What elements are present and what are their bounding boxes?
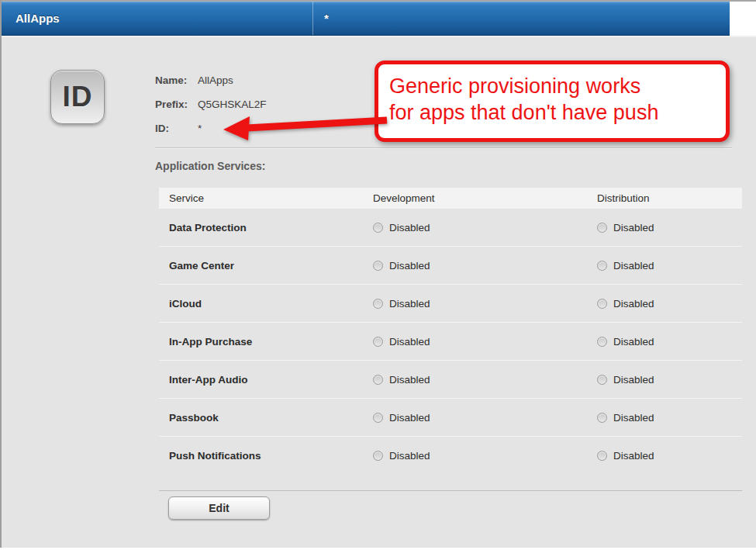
status-label: Disabled	[613, 374, 654, 386]
distribution-status: Disabled	[597, 260, 742, 272]
field-name: Name: AllApps	[155, 68, 267, 92]
app-id-icon-label: ID	[63, 81, 93, 113]
tab-wildcard[interactable]: *	[313, 2, 730, 35]
status-label: Disabled	[613, 260, 654, 272]
distribution-status: Disabled	[597, 298, 742, 310]
field-prefix: Prefix: Q5GHSKAL2F	[155, 92, 267, 116]
table-bottom-line	[159, 490, 742, 491]
status-label: Disabled	[613, 222, 654, 233]
service-name: Inter-App Audio	[169, 374, 373, 386]
distribution-status: Disabled	[597, 222, 742, 233]
status-label: Disabled	[389, 412, 430, 424]
field-id-label: ID:	[155, 123, 198, 134]
tab-wildcard-label: *	[324, 12, 329, 25]
radio-disabled-icon	[373, 337, 383, 347]
table-row-in-app-purchase: In-App Purchase Disabled Disabled	[159, 323, 742, 361]
status-label: Disabled	[389, 260, 430, 272]
radio-disabled-icon	[597, 261, 607, 271]
field-id-value: *	[198, 123, 202, 134]
status-label: Disabled	[389, 298, 430, 310]
service-name: iCloud	[169, 298, 373, 310]
service-name: Push Notifications	[169, 450, 373, 462]
table-row-icloud: iCloud Disabled Disabled	[159, 285, 742, 323]
radio-disabled-icon	[373, 413, 383, 423]
table-row-game-center: Game Center Disabled Disabled	[159, 247, 742, 285]
application-services-heading: Application Services:	[155, 160, 265, 172]
development-status: Disabled	[373, 412, 597, 424]
table-row-inter-app-audio: Inter-App Audio Disabled Disabled	[159, 361, 742, 399]
app-id-fields: Name: AllApps Prefix: Q5GHSKAL2F ID: *	[155, 68, 267, 140]
development-status: Disabled	[373, 374, 597, 386]
titlebar: AllApps *	[2, 2, 730, 36]
status-label: Disabled	[389, 222, 430, 233]
radio-disabled-icon	[597, 299, 607, 309]
development-status: Disabled	[373, 260, 597, 272]
service-name: Game Center	[169, 260, 373, 272]
distribution-status: Disabled	[597, 412, 742, 424]
content-top-highlight	[2, 36, 756, 37]
services-table: Service Development Distribution Data Pr…	[159, 188, 742, 475]
field-prefix-value: Q5GHSKAL2F	[198, 99, 267, 110]
development-status: Disabled	[373, 298, 597, 310]
tab-allapps-label: AllApps	[16, 12, 60, 25]
edit-button-label: Edit	[209, 502, 229, 514]
annotation-line-2: for apps that don't have push	[389, 99, 726, 126]
column-development: Development	[373, 192, 597, 204]
service-name: Passbook	[169, 412, 373, 424]
column-service: Service	[169, 192, 373, 204]
column-distribution: Distribution	[597, 192, 742, 204]
table-row-passbook: Passbook Disabled Disabled	[159, 399, 742, 437]
field-name-value: AllApps	[198, 74, 233, 86]
annotation-line-1: Generic provisioning works	[389, 73, 726, 99]
development-status: Disabled	[373, 222, 597, 233]
distribution-status: Disabled	[597, 374, 742, 386]
field-name-label: Name:	[155, 74, 198, 86]
table-row-data-protection: Data Protection Disabled Disabled	[159, 209, 742, 247]
tab-allapps[interactable]: AllApps	[2, 2, 313, 35]
table-row-push-notifications: Push Notifications Disabled Disabled	[159, 437, 742, 475]
radio-disabled-icon	[373, 375, 383, 385]
status-label: Disabled	[613, 336, 654, 348]
status-label: Disabled	[613, 412, 654, 424]
field-prefix-label: Prefix:	[155, 99, 198, 110]
section-divider	[155, 147, 732, 148]
radio-disabled-icon	[373, 261, 383, 271]
service-name: Data Protection	[169, 222, 373, 233]
distribution-status: Disabled	[597, 450, 742, 462]
radio-disabled-icon	[597, 451, 607, 461]
service-name: In-App Purchase	[169, 336, 373, 348]
radio-disabled-icon	[597, 337, 607, 347]
status-label: Disabled	[613, 298, 654, 310]
radio-disabled-icon	[597, 223, 607, 233]
status-label: Disabled	[389, 336, 430, 348]
radio-disabled-icon	[373, 451, 383, 461]
app-id-icon: ID	[50, 70, 105, 124]
radio-disabled-icon	[597, 375, 607, 385]
edit-button[interactable]: Edit	[168, 496, 270, 520]
development-status: Disabled	[373, 336, 597, 348]
distribution-status: Disabled	[597, 336, 742, 348]
status-label: Disabled	[389, 374, 430, 386]
field-id: ID: *	[155, 116, 267, 140]
radio-disabled-icon	[373, 299, 383, 309]
annotation-callout: Generic provisioning works for apps that…	[375, 61, 730, 142]
radio-disabled-icon	[373, 223, 383, 233]
app-id-detail-page: AllApps * ID Name: AllApps Prefix: Q5GHS…	[2, 2, 756, 548]
radio-disabled-icon	[597, 413, 607, 423]
services-table-header: Service Development Distribution	[159, 188, 742, 209]
status-label: Disabled	[389, 450, 430, 462]
titlebar-gap	[730, 2, 756, 36]
development-status: Disabled	[373, 450, 597, 462]
status-label: Disabled	[613, 450, 654, 462]
